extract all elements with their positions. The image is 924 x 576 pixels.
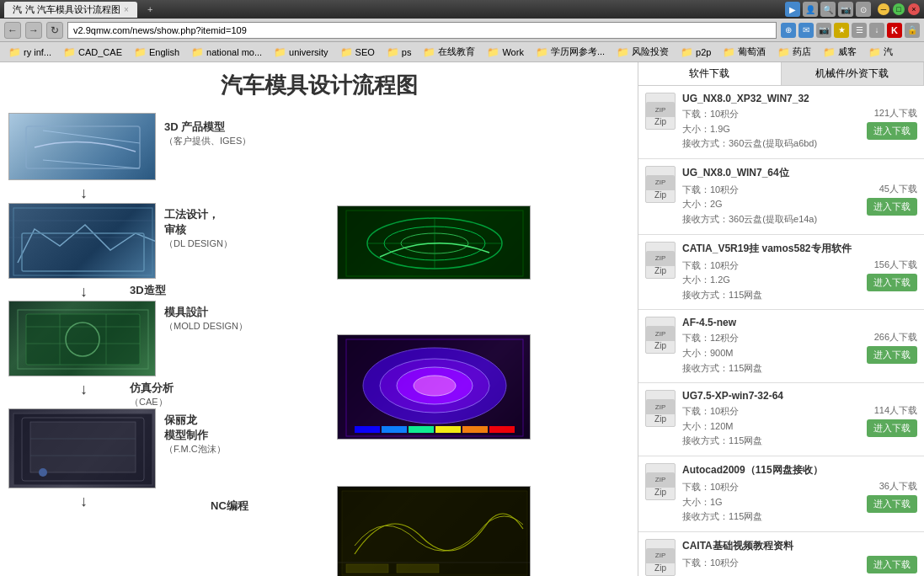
toolbar-icon-3[interactable]: 📷 (816, 23, 831, 38)
bookmark-seo[interactable]: 📁 SEO (335, 45, 380, 60)
folder-icon: 📁 (387, 46, 399, 58)
bookmark-university[interactable]: 📁 university (269, 45, 333, 60)
folder-icon: 📁 (134, 46, 147, 58)
folder-icon: 📁 (63, 46, 76, 58)
step2-label: 工法设计， (164, 207, 232, 222)
bookmark-label: ry inf... (24, 47, 51, 57)
bookmark-ry[interactable]: 📁 ry inf... (3, 45, 56, 60)
svg-rect-8 (26, 314, 140, 365)
svg-rect-36 (435, 426, 461, 433)
download-button[interactable]: 进入下载 (867, 122, 917, 140)
browser-icon-3[interactable]: 🔍 (820, 2, 836, 17)
svg-rect-42 (346, 564, 388, 573)
close-button[interactable]: × (908, 3, 920, 15)
maximize-button[interactable]: □ (893, 3, 905, 15)
download-button[interactable]: 进入下载 (867, 556, 917, 573)
bookmark-ps[interactable]: 📁 ps (382, 45, 417, 60)
step3-label-area: 3D造型 (130, 283, 166, 298)
download-button[interactable]: 进入下载 (867, 419, 917, 437)
tab-close-button[interactable]: × (124, 5, 129, 14)
toolbar-icon-lock[interactable]: 🔒 (905, 23, 920, 38)
bookmark-english[interactable]: 📁 English (129, 45, 184, 60)
download-size: 大小：1.9G (682, 122, 817, 137)
download-button[interactable]: 进入下载 (867, 346, 917, 364)
download-title: UG_NX8.0_XP32_WIN7_32 (682, 93, 917, 104)
zip-label: Zip (654, 117, 666, 126)
toolbar-icon-menu[interactable]: ☰ (852, 23, 867, 38)
bookmark-car[interactable]: 📁 汽 (863, 44, 898, 60)
download-right: 156人下载 进入下载 (858, 259, 917, 291)
download-meta: 下载：10积分 大小：1.9G 接收方式：360云盘(提取码a6bd) (682, 107, 817, 152)
tab-strip: 汽 汽 汽车模具设计流程图 × + (4, 2, 785, 18)
svg-line-2 (43, 160, 140, 168)
right-image-1 (337, 205, 531, 280)
sidebar-tab-software[interactable]: 软件下载 (638, 62, 782, 85)
download-size: 大小：2G (682, 197, 817, 212)
folder-icon: 📁 (777, 46, 790, 58)
arrow-3: ↓ (80, 381, 88, 399)
minimize-button[interactable]: ─ (878, 3, 889, 15)
step5-text: 保丽龙 模型制作 （F.M.C泡沫） (164, 408, 226, 456)
download-info: UG_NX8.0_XP32_WIN7_32 下载：10积分 大小：1.9G 接收… (682, 93, 917, 152)
active-tab[interactable]: 汽 汽 汽车模具设计流程图 × (4, 2, 137, 18)
toolbar-icon-dl[interactable]: ↓ (869, 23, 884, 38)
bookmark-label: 汽 (884, 45, 893, 58)
toolbar-icons: ⊕ ✉ 📷 ★ ☰ ↓ K 🔒 (781, 23, 920, 38)
bookmark-p2p[interactable]: 📁 p2p (676, 45, 716, 60)
bookmark-risk[interactable]: 📁 风险投资 (612, 44, 674, 60)
download-info: Autocad2009（115网盘接收） 下载：10积分 大小：1G 接收方式：… (682, 463, 917, 525)
toolbar-icon-star[interactable]: ★ (834, 23, 849, 38)
reload-button[interactable]: ↻ (46, 22, 63, 39)
download-button[interactable]: 进入下载 (867, 495, 917, 513)
step4-text: 模具設計 （MOLD DESIGN） (164, 301, 248, 333)
step3-label: 3D造型 (130, 283, 166, 298)
step-3: 模具設計 （MOLD DESIGN） (8, 301, 328, 376)
back-button[interactable]: ← (4, 22, 21, 39)
arrow-3-row: ↓ 仿真分析 （CAE） (8, 381, 328, 408)
bookmark-xueli[interactable]: 📁 学历网参考... (531, 44, 610, 60)
bookmark-work[interactable]: 📁 Work (482, 45, 528, 60)
bookmark-cad[interactable]: 📁 CAD_CAE (58, 45, 127, 60)
download-info: CAITA基础视频教程资料 下载：10积分 进入下载 (682, 539, 917, 573)
download-size: 大小：1G (682, 495, 762, 510)
download-title: UG7.5-XP-win7-32-64 (682, 390, 917, 402)
bookmark-national[interactable]: 📁 national mo... (186, 45, 267, 60)
window-controls: ▶ 👤 🔍 📷 ⊙ ─ □ × (785, 2, 920, 17)
bookmark-pharmacy[interactable]: 📁 药店 (772, 44, 816, 60)
zip-label: Zip (654, 190, 666, 200)
right-image-2 (337, 334, 531, 440)
svg-line-1 (43, 131, 140, 143)
download-score: 下载：10积分 (682, 404, 762, 419)
bookmark-edu[interactable]: 📁 在线教育 (418, 44, 480, 60)
arrow-4: ↓ (80, 493, 88, 511)
download-count: 266人下载 (858, 331, 917, 344)
folder-icon: 📁 (423, 46, 435, 58)
toolbar-icon-2[interactable]: ✉ (798, 23, 814, 38)
sidebar-tab-mechanical[interactable]: 机械件/外资下载 (782, 62, 925, 85)
zip-icon-top: ZIP (646, 251, 675, 266)
sidebar-right: 软件下载 机械件/外资下载 ZIP Zip UG_NX8.0_XP32_WIN7… (638, 62, 924, 576)
url-input[interactable] (67, 22, 777, 39)
download-score: 下载：10积分 (682, 480, 762, 495)
new-tab-button[interactable]: + (142, 3, 158, 16)
download-right: 114人下载 进入下载 (858, 404, 917, 437)
bookmark-wine[interactable]: 📁 葡萄酒 (718, 44, 771, 60)
download-score: 下载：12积分 (682, 331, 762, 346)
zip-icon-top: ZIP (646, 102, 675, 117)
download-button[interactable]: 进入下载 (867, 198, 917, 216)
bookmark-weike[interactable]: 📁 威客 (818, 44, 862, 60)
step1-text: 3D 产品模型 （客户提供、IGES） (164, 113, 251, 147)
toolbar-icon-1[interactable]: ⊕ (781, 23, 796, 38)
browser-icon-4[interactable]: 📷 (838, 2, 853, 17)
forward-button[interactable]: → (25, 22, 42, 39)
download-method: 接收方式：115网盘 (682, 509, 762, 525)
download-meta: 下载：10积分 (682, 556, 739, 571)
svg-rect-35 (409, 426, 434, 433)
right-column (337, 113, 629, 576)
download-item: ZIP Zip AF-4.5-new 下载：12积分 大小：900M 接收方式：… (638, 310, 924, 383)
download-button[interactable]: 进入下载 (867, 274, 917, 291)
browser-icon-1[interactable]: ▶ (785, 2, 800, 17)
browser-icon-5[interactable]: ⊙ (856, 2, 871, 17)
toolbar-icon-k[interactable]: K (887, 23, 902, 38)
browser-icon-2[interactable]: 👤 (803, 2, 818, 17)
